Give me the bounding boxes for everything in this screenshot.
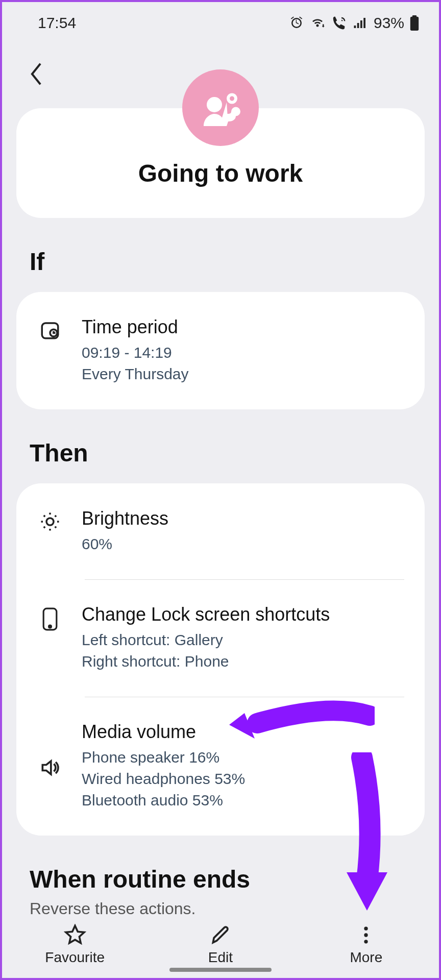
then-item-title: Change Lock screen shortcuts <box>82 604 404 625</box>
then-item-sub: 60% <box>82 533 404 555</box>
if-item-repeat: Every Thursday <box>82 363 404 385</box>
svg-rect-1 <box>412 15 416 17</box>
status-time: 17:54 <box>38 14 76 32</box>
then-header: Then <box>30 439 439 467</box>
battery-icon <box>409 15 420 31</box>
svg-point-3 <box>228 95 236 103</box>
battery-text: 93% <box>374 14 404 32</box>
if-card: Time period 09:19 - 14:19 Every Thursday <box>16 292 425 409</box>
favourite-button[interactable]: Favourite <box>24 924 126 966</box>
phone-icon <box>35 604 65 631</box>
routine-title: Going to work <box>27 159 414 187</box>
if-time-period-item[interactable]: Time period 09:19 - 14:19 Every Thursday <box>16 292 425 409</box>
then-item-sub: Left shortcut: Gallery <box>82 629 404 651</box>
svg-point-10 <box>364 933 368 937</box>
if-header: If <box>30 248 439 276</box>
gesture-bar[interactable] <box>169 968 272 972</box>
then-brightness-item[interactable]: Brightness 60% <box>16 483 425 579</box>
routine-icon <box>182 69 259 146</box>
star-icon <box>64 924 86 946</box>
annotation-arrow-2 <box>334 752 400 916</box>
wifi-calling-icon <box>331 15 347 31</box>
svg-point-6 <box>46 518 54 525</box>
signal-icon <box>352 15 369 31</box>
routine-header-card: Going to work <box>16 108 425 218</box>
svg-point-11 <box>364 940 368 943</box>
then-lockscreen-item[interactable]: Change Lock screen shortcuts Left shortc… <box>16 579 425 697</box>
svg-point-2 <box>207 97 222 112</box>
if-item-title: Time period <box>82 316 404 338</box>
edit-button[interactable]: Edit <box>169 924 272 966</box>
status-bar: 17:54 93% <box>2 2 439 37</box>
then-item-title: Brightness <box>82 508 404 529</box>
more-button[interactable]: More <box>315 924 417 966</box>
speaker-icon <box>35 753 65 779</box>
annotation-arrow-1 <box>227 695 375 751</box>
edit-label: Edit <box>208 949 233 966</box>
svg-rect-0 <box>410 17 419 31</box>
status-icons: 93% <box>289 14 420 32</box>
if-item-time: 09:19 - 14:19 <box>82 342 404 363</box>
calendar-clock-icon <box>35 316 65 341</box>
svg-point-9 <box>364 927 368 930</box>
wifi-icon <box>309 15 326 31</box>
then-item-sub: Right shortcut: Phone <box>82 651 404 672</box>
more-label: More <box>350 949 382 966</box>
favourite-label: Favourite <box>45 949 105 966</box>
more-icon <box>355 924 377 946</box>
pencil-icon <box>209 924 232 946</box>
alarm-icon <box>289 15 304 31</box>
brightness-icon <box>35 508 65 532</box>
svg-point-8 <box>49 625 52 628</box>
